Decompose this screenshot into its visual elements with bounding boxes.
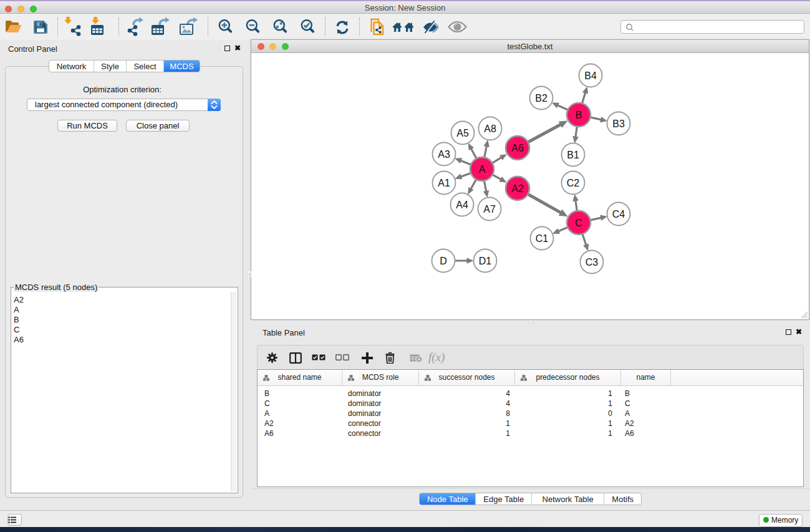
svg-text:A: A	[479, 164, 486, 175]
svg-text:A5: A5	[456, 128, 469, 138]
svg-text:C4: C4	[612, 209, 625, 220]
svg-text:A2: A2	[511, 183, 524, 194]
svg-text:B2: B2	[535, 93, 547, 104]
svg-text:D: D	[440, 256, 447, 266]
svg-text:B4: B4	[584, 70, 597, 81]
svg-text:C: C	[575, 218, 582, 228]
svg-text:B3: B3	[612, 118, 625, 129]
svg-text:B1: B1	[567, 150, 579, 160]
svg-text:C1: C1	[536, 233, 549, 244]
svg-text:A4: A4	[456, 200, 468, 210]
svg-text:A3: A3	[438, 149, 450, 160]
svg-text:A8: A8	[484, 123, 496, 134]
svg-text:A1: A1	[438, 178, 450, 188]
svg-text:B: B	[576, 110, 582, 120]
svg-text:D1: D1	[479, 256, 492, 266]
svg-text:A6: A6	[511, 143, 524, 153]
svg-text:A7: A7	[483, 204, 496, 215]
svg-text:C2: C2	[567, 178, 580, 188]
svg-text:C3: C3	[586, 257, 599, 268]
